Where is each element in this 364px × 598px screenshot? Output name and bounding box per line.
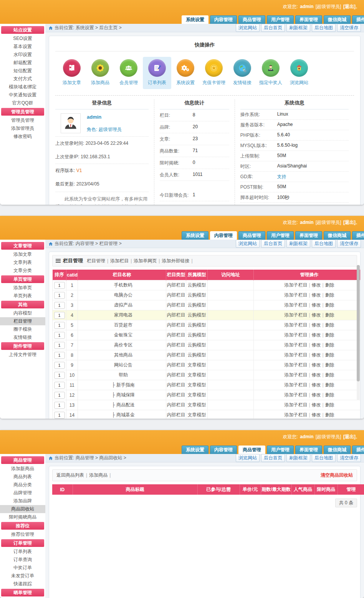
sidebar-item[interactable]: 其他 xyxy=(1,301,44,308)
row-action-link[interactable]: 修改 xyxy=(312,342,321,348)
clear-recycle-link[interactable]: 清空商品回收站 xyxy=(321,472,353,479)
row-action-link[interactable]: 删除 xyxy=(325,392,334,398)
sidebar-item[interactable]: 订单列表 xyxy=(0,548,45,556)
logout-link[interactable]: [退出] xyxy=(343,434,356,439)
sidebar-item[interactable]: 支付方式 xyxy=(0,75,45,83)
sidebar-item[interactable]: 订单查询 xyxy=(0,556,45,564)
sidebar-item[interactable]: 推荐位 xyxy=(1,522,44,530)
row-action-link[interactable]: 删除 xyxy=(325,372,334,378)
quick-action[interactable]: 会员管理 xyxy=(114,57,143,89)
sidebar-item[interactable]: 栏目管理 xyxy=(0,317,45,325)
admin-role-link[interactable]: 角色: 超级管理员 xyxy=(87,126,122,133)
nav-tab[interactable]: 系统设置 xyxy=(182,446,208,454)
row-action-link[interactable]: 删除 xyxy=(325,332,334,338)
row-action-link[interactable]: 删除 xyxy=(325,292,334,298)
sidebar-item[interactable]: 添加品牌 xyxy=(0,497,45,505)
sidebar-item[interactable]: 限时揭晓商品 xyxy=(0,513,45,521)
toolbar-button[interactable]: 刷新框架 xyxy=(286,24,310,32)
sidebar-item[interactable]: 上传文件管理 xyxy=(0,351,45,359)
row-action-link[interactable]: 修改 xyxy=(312,332,321,338)
row-action-link[interactable]: 修改 xyxy=(312,352,321,358)
sidebar-item[interactable]: 官方QQ群 xyxy=(0,99,45,107)
row-action-link[interactable]: 删除 xyxy=(325,282,334,288)
quick-action[interactable]: 系统设置 xyxy=(171,57,200,89)
row-action-link[interactable]: 删除 xyxy=(325,352,334,358)
sidebar-item[interactable]: 商品回收站 xyxy=(0,505,45,513)
sidebar-item[interactable]: 邮箱配置 xyxy=(0,59,45,67)
sidebar-item[interactable]: 短信配置 xyxy=(0,67,45,75)
nav-tab[interactable]: 商品管理 xyxy=(238,15,265,24)
sidebar-item[interactable]: 文章管理 xyxy=(1,242,44,250)
sidebar-item[interactable]: 推荐位管理 xyxy=(0,530,45,538)
quick-action[interactable]: 浏览网站 xyxy=(285,57,313,89)
sidebar-item[interactable]: 订单管理 xyxy=(1,539,44,547)
row-action-link[interactable]: 修改 xyxy=(312,382,321,388)
row-action-link[interactable]: 删除 xyxy=(325,312,334,318)
row-action-link[interactable]: 删除 xyxy=(325,302,334,308)
sidebar-item[interactable]: 内容模型 xyxy=(0,309,45,317)
nav-tab[interactable]: 插件管理 xyxy=(352,15,364,24)
nav-tab[interactable]: 插件管理 xyxy=(352,446,364,454)
sort-input[interactable] xyxy=(54,372,65,379)
row-action-link[interactable]: 添加子栏目 xyxy=(284,302,307,308)
box-link[interactable]: 添加栏目 xyxy=(110,258,129,263)
toolbar-button[interactable]: 后台地图 xyxy=(312,454,336,462)
logout-link[interactable]: [退出] xyxy=(343,4,356,9)
quick-action[interactable]: 添加商品 xyxy=(86,57,114,89)
quick-action[interactable]: 订单列表 xyxy=(143,57,171,89)
row-action-link[interactable]: 删除 xyxy=(325,412,334,417)
sidebar-item[interactable]: 添加单页 xyxy=(0,284,45,292)
row-action-link[interactable]: 添加子栏目 xyxy=(284,402,307,408)
row-action-link[interactable]: 删除 xyxy=(325,382,334,388)
toolbar-button[interactable]: 清空缓存 xyxy=(337,240,361,248)
nav-tab[interactable]: 用户管理 xyxy=(267,15,294,24)
toolbar-button[interactable]: 刷新框架 xyxy=(286,240,310,248)
sidebar-item[interactable]: 快递跟踪 xyxy=(0,580,45,588)
toolbar-button[interactable]: 后台地图 xyxy=(312,240,336,248)
row-action-link[interactable]: 添加子栏目 xyxy=(284,282,307,288)
box-link[interactable]: 添加单网页 xyxy=(134,258,157,263)
nav-tab[interactable]: 界面管理 xyxy=(295,15,322,24)
sidebar-item[interactable]: 水印设置 xyxy=(0,51,45,59)
sidebar-item[interactable]: 修改密码 xyxy=(0,133,45,141)
sort-input[interactable] xyxy=(54,302,65,309)
sort-input[interactable] xyxy=(54,342,65,349)
logout-link[interactable]: [退出] xyxy=(343,220,356,225)
nav-tab[interactable]: 商品管理 xyxy=(238,446,265,454)
nav-tab[interactable]: 系统设置 xyxy=(182,15,208,24)
row-action-link[interactable]: 添加子栏目 xyxy=(284,372,307,378)
row-action-link[interactable]: 修改 xyxy=(312,372,321,378)
row-action-link[interactable]: 添加子栏目 xyxy=(284,312,307,318)
sidebar-item[interactable]: 圈子模块 xyxy=(0,325,45,333)
sidebar-item[interactable]: 单页列表 xyxy=(0,292,45,300)
box-link[interactable]: 栏目管理 xyxy=(87,258,105,263)
nav-tab[interactable]: 用户管理 xyxy=(267,231,294,240)
sidebar-item[interactable]: 附件管理 xyxy=(1,342,44,350)
toolbar-button[interactable]: 浏览网站 xyxy=(236,240,260,248)
nav-tab[interactable]: 商品管理 xyxy=(238,231,265,240)
row-action-link[interactable]: 添加子栏目 xyxy=(284,382,307,388)
sidebar-item[interactable]: 商品列表 xyxy=(0,473,45,481)
recycle-link[interactable]: 返回商品列表 xyxy=(56,472,84,478)
row-action-link[interactable]: 添加子栏目 xyxy=(284,412,307,417)
row-action-link[interactable]: 添加子栏目 xyxy=(284,332,307,338)
sidebar-item[interactable]: 文章列表 xyxy=(0,258,45,267)
row-action-link[interactable]: 删除 xyxy=(325,342,334,348)
sidebar-item[interactable]: SEO设置 xyxy=(0,35,45,43)
sidebar-item[interactable]: 商品管理 xyxy=(1,456,44,464)
sidebar-item[interactable]: 添加管理员 xyxy=(0,124,45,133)
row-action-link[interactable]: 删除 xyxy=(325,362,334,368)
toolbar-button[interactable]: 清空缓存 xyxy=(337,24,361,32)
toolbar-button[interactable]: 后台首页 xyxy=(261,240,285,248)
nav-tab[interactable]: 内容管理 xyxy=(210,231,237,240)
sidebar-item[interactable]: 模块域名绑定 xyxy=(0,83,45,91)
toolbar-button[interactable]: 后台地图 xyxy=(312,24,336,32)
quick-action[interactable]: 充值卡管理 xyxy=(200,57,228,89)
toolbar-button[interactable]: 刷新框架 xyxy=(286,454,310,462)
recycle-link[interactable]: 添加商品 xyxy=(89,472,108,478)
sidebar-item[interactable]: 单页管理 xyxy=(1,275,44,283)
sort-input[interactable] xyxy=(54,352,65,359)
toolbar-button[interactable]: 后台首页 xyxy=(261,24,285,32)
sidebar-item[interactable]: 品牌管理 xyxy=(0,489,45,497)
nav-tab[interactable]: 内容管理 xyxy=(210,15,237,24)
